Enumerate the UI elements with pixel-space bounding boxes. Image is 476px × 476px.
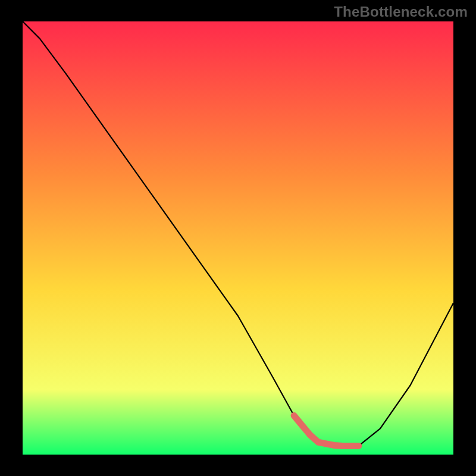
plot-svg — [0, 0, 476, 476]
plot-background — [23, 21, 453, 455]
chart-frame: TheBottleneck.com — [0, 0, 476, 476]
